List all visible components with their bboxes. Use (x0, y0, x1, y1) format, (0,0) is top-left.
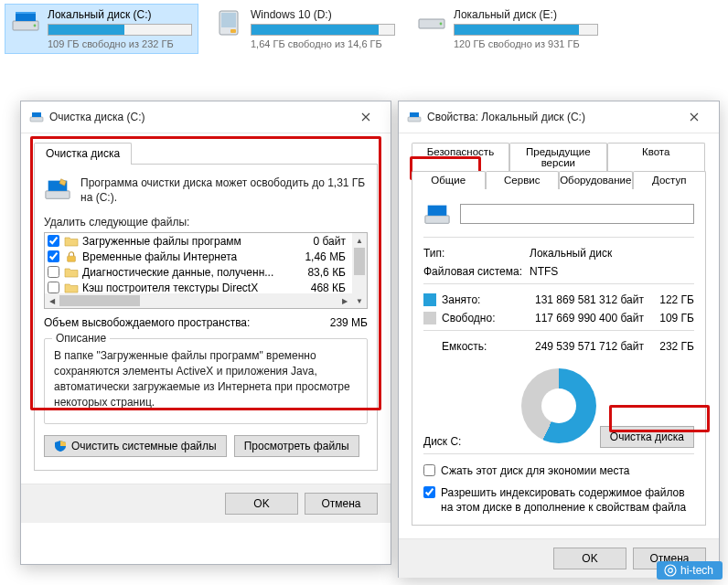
volume-name-input[interactable] (460, 204, 694, 224)
used-bytes: 131 869 581 312 байт (535, 293, 650, 306)
drive-icon (417, 8, 446, 37)
file-name: Диагностические данные, полученн... (82, 266, 294, 279)
drive-icon (11, 8, 40, 37)
scroll-left-icon[interactable]: ◀ (45, 293, 59, 308)
dialog-title: Очистка диска (C:) (49, 111, 349, 123)
disk-cleanup-dialog: Очистка диска (C:) Очистка диска Програм… (20, 101, 391, 565)
cleanup-intro: Программа очистки диска может освободить… (80, 176, 368, 205)
drive-name: Локальный диск (E:) (454, 8, 598, 21)
disk-caption: Диск C: (423, 435, 461, 448)
free-label: Свободно: (442, 312, 535, 324)
tab-hardware[interactable]: Оборудование (559, 171, 633, 189)
capacity-gb: 232 ГБ (650, 340, 694, 353)
svg-rect-11 (46, 191, 70, 198)
scroll-right-icon[interactable]: ▶ (337, 293, 352, 308)
svg-point-18 (665, 565, 676, 576)
drive-free: 109 ГБ свободно из 232 ГБ (48, 38, 192, 49)
type-label: Тип: (423, 247, 530, 260)
drive-usage-bar (251, 24, 395, 36)
fs-value: NTFS (530, 265, 694, 278)
tab-general[interactable]: Общие (412, 171, 486, 189)
tab-security[interactable]: Безопасность (412, 143, 509, 172)
cancel-button[interactable]: Отмена (305, 493, 378, 515)
svg-rect-16 (425, 216, 449, 223)
tab-quota[interactable]: Квота (607, 143, 705, 172)
titlebar[interactable]: Свойства: Локальный диск (C:) (399, 101, 719, 133)
svg-rect-13 (68, 256, 76, 261)
file-size: 1,46 МБ (294, 250, 349, 263)
file-checkbox[interactable] (48, 282, 59, 293)
svg-rect-6 (230, 29, 236, 33)
fs-label: Файловая система: (423, 265, 530, 278)
view-files-button[interactable]: Просмотреть файлы (234, 435, 359, 457)
used-color-icon (423, 293, 436, 306)
drive-usage-bar (48, 24, 192, 36)
usage-donut-chart (521, 368, 596, 443)
file-size: 83,6 КБ (294, 266, 349, 279)
drive-icon (214, 8, 243, 37)
disk-cleanup-button[interactable]: Очистка диска (600, 426, 694, 448)
total-value: 239 МБ (330, 316, 368, 329)
watermark: hi-tech (657, 561, 723, 580)
drive-item-e[interactable]: Локальный диск (E:) 120 ГБ свободно из 9… (411, 4, 605, 54)
horizontal-scrollbar[interactable]: ◀ ▶ (45, 293, 352, 308)
file-name: Загруженные файлы программ (82, 235, 294, 248)
used-label: Занято: (442, 293, 535, 306)
compress-checkbox[interactable] (423, 464, 435, 476)
used-gb: 122 ГБ (650, 293, 694, 306)
capacity-label: Емкость: (442, 340, 535, 353)
close-button[interactable] (349, 107, 382, 127)
svg-point-8 (440, 23, 443, 26)
folder-icon (64, 234, 79, 249)
file-row[interactable]: Диагностические данные, полученн... 83,6… (45, 264, 352, 280)
svg-rect-10 (32, 112, 41, 117)
lock-icon (64, 250, 79, 264)
ok-button[interactable]: OK (225, 493, 298, 515)
svg-rect-14 (408, 117, 421, 122)
free-gb: 109 ГБ (650, 312, 694, 324)
file-row[interactable]: Временные файлы Интернета 1,46 МБ (45, 249, 352, 264)
compress-label: Сжать этот диск для экономии места (441, 463, 629, 478)
tab-service[interactable]: Сервис (486, 171, 560, 189)
vertical-scrollbar[interactable]: ▲ ▼ (352, 233, 367, 308)
titlebar[interactable]: Очистка диска (C:) (21, 101, 391, 133)
file-checkbox[interactable] (48, 235, 59, 247)
drive-free: 1,64 ГБ свободно из 14,6 ГБ (251, 38, 395, 49)
scroll-down-icon[interactable]: ▼ (352, 293, 367, 308)
tab-sharing[interactable]: Доступ (633, 171, 707, 189)
disk-cleanup-icon (29, 110, 44, 124)
file-row[interactable]: Загруженные файлы программ 0 байт (45, 233, 352, 249)
ok-button[interactable]: OK (553, 548, 626, 569)
total-label: Объем высвобождаемого пространства: (44, 316, 330, 329)
file-checkbox[interactable] (48, 266, 59, 278)
free-bytes: 117 669 990 400 байт (535, 312, 650, 324)
tab-cleanup[interactable]: Очистка диска (34, 143, 132, 165)
svg-point-3 (34, 25, 37, 27)
svg-rect-9 (30, 117, 43, 122)
description-legend: Описание (52, 332, 110, 345)
folder-icon (64, 265, 79, 280)
files-list: Загруженные файлы программ 0 байт Времен… (44, 232, 368, 309)
drive-item-c[interactable]: Локальный диск (C:) 109 ГБ свободно из 2… (5, 4, 198, 54)
tab-previous-versions[interactable]: Предыдущие версии (509, 143, 607, 172)
drive-icon (407, 110, 422, 124)
drive-large-icon (423, 200, 451, 228)
file-size: 0 байт (294, 235, 349, 248)
file-checkbox[interactable] (48, 250, 59, 262)
description-group: Описание В папке "Загруженные файлы прог… (44, 338, 368, 423)
clean-system-files-button[interactable]: Очистить системные файлы (44, 435, 227, 457)
drive-name: Windows 10 (D:) (251, 8, 395, 21)
tabs: Безопасность Предыдущие версии Квота Общ… (412, 143, 706, 189)
capacity-bytes: 249 539 571 712 байт (535, 340, 650, 353)
drive-item-d[interactable]: Windows 10 (D:) 1,64 ГБ свободно из 14,6… (208, 4, 401, 54)
svg-rect-17 (428, 206, 447, 216)
close-button[interactable] (678, 107, 711, 127)
at-icon (664, 564, 677, 577)
index-checkbox[interactable] (423, 486, 435, 498)
drive-properties-dialog: Свойства: Локальный диск (C:) Безопаснос… (398, 101, 720, 578)
drive-name: Локальный диск (C:) (48, 8, 192, 21)
cleanup-large-icon (44, 176, 71, 203)
drive-bar: Локальный диск (C:) 109 ГБ свободно из 2… (0, 0, 728, 61)
index-label: Разрешить индексировать содержимое файло… (441, 485, 694, 515)
scroll-up-icon[interactable]: ▲ (352, 233, 367, 248)
